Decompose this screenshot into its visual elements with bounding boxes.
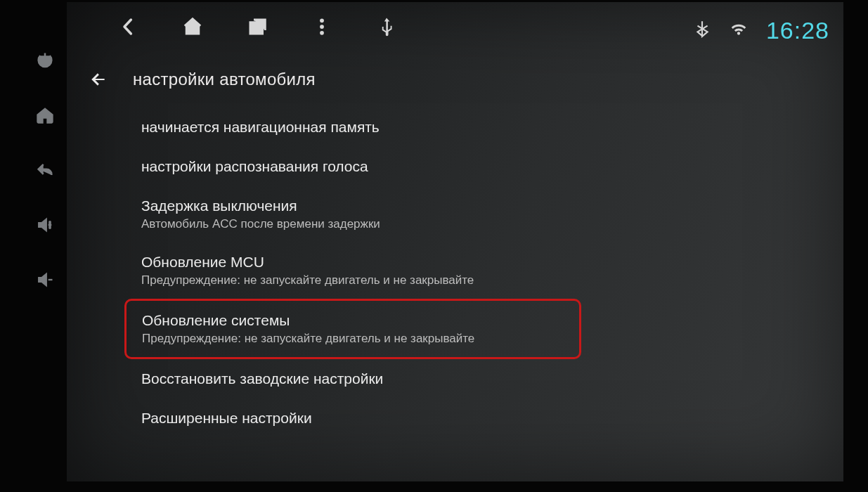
settings-item-factory-reset[interactable]: Восстановить заводские настройки xyxy=(137,359,822,399)
svg-point-1 xyxy=(320,18,324,22)
svg-point-3 xyxy=(320,31,324,35)
svg-point-2 xyxy=(320,25,324,29)
settings-item-mcu-update[interactable]: Обновление MCU Предупреждение: не запуск… xyxy=(137,242,822,299)
settings-item-title: Восстановить заводские настройки xyxy=(141,370,822,387)
home-outline-icon[interactable] xyxy=(34,104,56,127)
settings-item-advanced[interactable]: Расширенные настройки xyxy=(137,399,822,438)
settings-item-system-update[interactable]: Обновление системы Предупреждение: не за… xyxy=(124,299,581,359)
settings-header: настройки автомобиля xyxy=(88,69,829,90)
power-icon[interactable] xyxy=(34,49,56,72)
settings-item-title: Обновление системы xyxy=(142,312,571,329)
settings-item-title: настройки распознавания голоса xyxy=(141,158,822,175)
settings-item-voice-recognition[interactable]: настройки распознавания голоса xyxy=(137,147,822,186)
menu-dots-icon[interactable] xyxy=(310,15,334,39)
return-icon[interactable] xyxy=(34,159,56,181)
usb-icon[interactable] xyxy=(375,15,399,39)
volume-down-icon[interactable] xyxy=(34,268,56,291)
settings-item-title: Обновление MCU xyxy=(141,254,822,271)
volume-up-icon[interactable] xyxy=(34,214,56,236)
settings-item-title: Расширенные настройки xyxy=(141,410,822,427)
device-side-buttons xyxy=(27,49,63,291)
home-icon[interactable] xyxy=(181,15,205,39)
settings-item-subtitle: Предупреждение: не запускайте двигатель … xyxy=(142,332,571,346)
back-arrow-icon[interactable] xyxy=(88,69,109,90)
clock-text: 16:28 xyxy=(766,17,829,44)
settings-item-subtitle: Автомобиль ACC после времени задержки xyxy=(141,217,822,231)
back-chevron-icon[interactable] xyxy=(116,15,140,39)
settings-list: начинается навигационная память настройк… xyxy=(137,108,822,474)
display-area: 16:28 настройки автомобиля начинается на… xyxy=(67,2,843,481)
page-title: настройки автомобиля xyxy=(133,70,316,89)
status-bar-right: 16:28 xyxy=(693,9,829,51)
recent-apps-icon[interactable] xyxy=(245,15,269,39)
settings-item-nav-memory[interactable]: начинается навигационная память xyxy=(137,108,822,147)
wifi-icon xyxy=(730,20,748,41)
settings-item-title: начинается навигационная память xyxy=(141,119,822,136)
settings-item-title: Задержка выключения xyxy=(141,198,822,214)
settings-item-shutdown-delay[interactable]: Задержка выключения Автомобиль ACC после… xyxy=(137,186,822,242)
settings-item-subtitle: Предупреждение: не запускайте двигатель … xyxy=(141,273,822,287)
bluetooth-icon xyxy=(693,20,711,41)
